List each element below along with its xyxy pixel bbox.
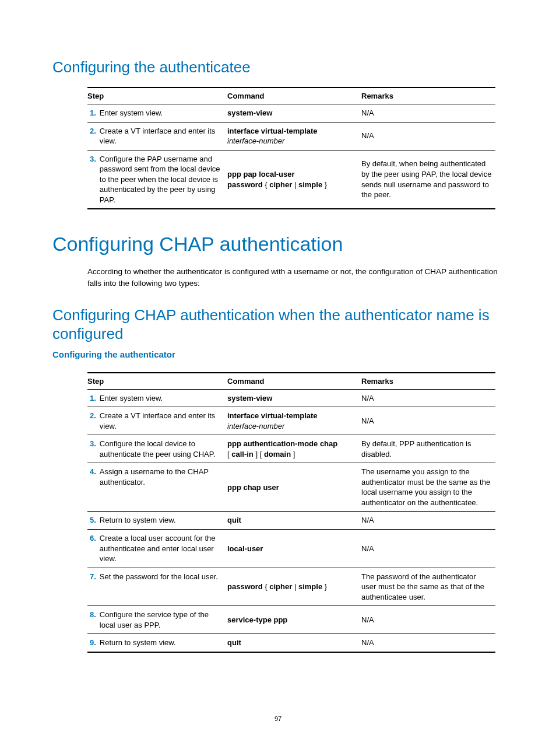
step-remarks: N/A [361,529,495,568]
step-command: quit [227,634,361,652]
step-number: 4. [87,463,100,512]
step-command: ppp pap local-user password { cipher | s… [227,150,361,209]
step-number: 2. [87,122,100,150]
table-row: 9. Return to system view. quit N/A [87,634,495,652]
table-row: 3. Configure the PAP username and passwo… [87,150,495,209]
page-number: 97 [0,715,556,722]
table-row: 2. Create a VT interface and enter its v… [87,407,495,435]
step-remarks: N/A [361,634,495,652]
step-command: password { cipher | simple } [227,568,361,606]
table-row: 1. Enter system view. system-view N/A [87,389,495,407]
step-command: quit [227,512,361,530]
table-row: 2. Create a VT interface and enter its v… [87,122,495,150]
col-step: Step [87,88,227,104]
table-row: 4. Assign a username to the CHAP authent… [87,463,495,512]
step-command: ppp chap user [227,463,361,512]
step-number: 1. [87,104,100,123]
step-desc: Assign a username to the CHAP authentica… [100,463,227,512]
heading-chap-name-configured: Configuring CHAP authentication when the… [52,306,504,344]
step-number: 8. [87,606,100,634]
step-desc: Create a VT interface and enter its view… [100,122,227,150]
col-command: Command [227,88,361,104]
table-row: 5. Return to system view. quit N/A [87,512,495,530]
step-desc: Create a local user account for the auth… [100,529,227,568]
step-desc: Create a VT interface and enter its view… [100,407,227,435]
table-authenticatee: Step Command Remarks 1. Enter system vie… [87,87,495,209]
step-desc: Configure the PAP username and password … [100,150,227,209]
step-remarks: By default, PPP authentication is disabl… [361,435,495,463]
step-remarks: N/A [361,512,495,530]
step-remarks: N/A [361,122,495,150]
step-number: 6. [87,529,100,568]
step-number: 3. [87,435,100,463]
step-remarks: By default, when being authenticated by … [361,150,495,209]
col-remarks: Remarks [361,373,495,390]
step-command: interface virtual-templateinterface-numb… [227,122,361,150]
step-remarks: The password of the authenticator user m… [361,568,495,606]
heading-chap: Configuring CHAP authentication [52,233,504,256]
table-row: 6. Create a local user account for the a… [87,529,495,568]
step-desc: Enter system view. [100,104,227,123]
step-number: 7. [87,568,100,606]
col-step: Step [87,373,227,390]
chap-intro-text: According to whether the authenticator i… [87,266,504,289]
col-remarks: Remarks [361,88,495,104]
step-remarks: N/A [361,407,495,435]
step-number: 5. [87,512,100,530]
step-number: 1. [87,389,100,407]
step-number: 9. [87,634,100,652]
step-number: 2. [87,407,100,435]
table-row: 8. Configure the service type of the loc… [87,606,495,634]
step-command: system-view [227,389,361,407]
step-desc: Enter system view. [100,389,227,407]
step-desc: Return to system view. [100,634,227,652]
step-command: system-view [227,104,361,123]
step-remarks: N/A [361,389,495,407]
step-desc: Return to system view. [100,512,227,530]
step-command: local-user [227,529,361,568]
table-row: 3. Configure the local device to authent… [87,435,495,463]
table-row: 1. Enter system view. system-view N/A [87,104,495,123]
step-desc: Configure the local device to authentica… [100,435,227,463]
step-remarks: The username you assign to the authentic… [361,463,495,512]
table-row: 7. Set the password for the local user. … [87,568,495,606]
step-desc: Configure the service type of the local … [100,606,227,634]
col-command: Command [227,373,361,390]
heading-authenticatee: Configuring the authenticatee [52,58,504,76]
table-authenticator: Step Command Remarks 1. Enter system vie… [87,372,495,653]
step-command: ppp authentication-mode chap [ call-in ]… [227,435,361,463]
step-desc: Set the password for the local user. [100,568,227,606]
step-remarks: N/A [361,606,495,634]
step-number: 3. [87,150,100,209]
heading-configuring-authenticator: Configuring the authenticator [52,349,504,359]
step-command: interface virtual-templateinterface-numb… [227,407,361,435]
step-remarks: N/A [361,104,495,123]
step-command: service-type ppp [227,606,361,634]
